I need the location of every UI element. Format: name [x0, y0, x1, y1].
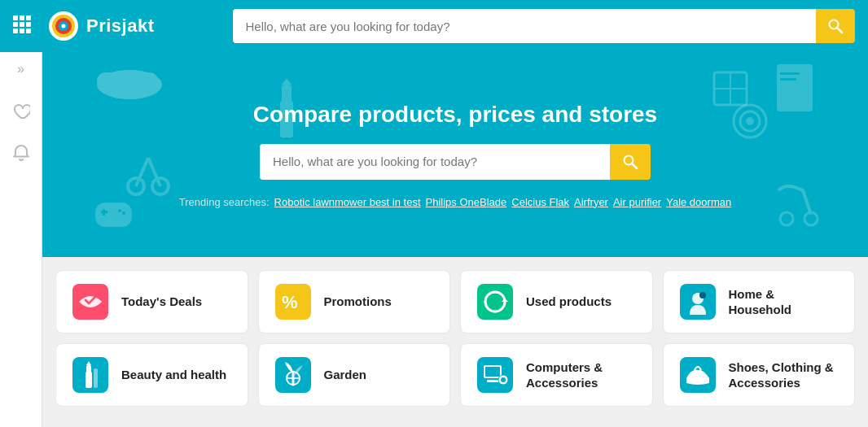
svg-line-15 [837, 28, 842, 33]
header-search-input[interactable] [233, 9, 817, 43]
svg-rect-61 [485, 367, 500, 377]
shoes-clothing-label: Shoes, Clothing & Accessories [729, 359, 840, 391]
trending-link-5[interactable]: Air purifier [613, 196, 661, 208]
category-home-household[interactable]: Home & Household [663, 270, 856, 333]
category-shoes-clothing[interactable]: Shoes, Clothing & Accessories [663, 343, 856, 407]
svg-point-50 [699, 292, 706, 298]
beauty-health-icon [71, 355, 110, 394]
svg-point-32 [746, 117, 754, 125]
trending-link-3[interactable]: Celcius Flak [511, 196, 569, 208]
svg-rect-17 [97, 72, 158, 89]
trending-label: Trending searches: [179, 196, 270, 208]
svg-point-33 [780, 212, 793, 225]
svg-rect-1 [20, 15, 24, 20]
svg-point-25 [118, 209, 121, 212]
hero-deco-shoe [93, 60, 166, 101]
computers-accessories-label: Computers & Accessories [526, 359, 638, 391]
home-household-label: Home & Household [729, 286, 840, 318]
category-promotions[interactable]: % Promotions [258, 270, 451, 333]
shoes-clothing-icon [678, 355, 717, 394]
trending-link-1[interactable]: Robotic lawnmower best in test [274, 196, 421, 208]
hero-search-input[interactable] [260, 144, 610, 180]
hero-deco-book [770, 60, 819, 117]
logo[interactable]: Prisjakt [47, 10, 155, 42]
svg-rect-6 [13, 28, 18, 33]
svg-text:%: % [282, 292, 298, 312]
svg-rect-4 [20, 22, 24, 27]
trending-link-6[interactable]: Yale doorman [666, 196, 731, 208]
layout: » [0, 52, 868, 427]
trending-link-4[interactable]: Airfryer [574, 196, 608, 208]
svg-rect-53 [86, 365, 91, 375]
svg-rect-8 [26, 28, 31, 33]
categories-grid: Today's Deals % Promotions [42, 257, 868, 420]
category-garden[interactable]: Garden [258, 343, 451, 407]
header-search-bar [233, 9, 856, 43]
garden-icon [274, 355, 313, 394]
hero-deco-stroller [770, 174, 827, 231]
category-todays-deals[interactable]: Today's Deals [55, 270, 248, 333]
wishlist-icon[interactable] [12, 102, 30, 124]
svg-rect-27 [777, 64, 813, 111]
sidebar: » [0, 52, 42, 427]
hero-search-button[interactable] [610, 144, 651, 180]
trending-searches: Trending searches: Robotic lawnmower bes… [179, 196, 731, 208]
main-content: Compare products, prices and stores Tren… [42, 52, 868, 427]
garden-label: Garden [324, 367, 367, 383]
svg-rect-5 [26, 22, 31, 27]
todays-deals-label: Today's Deals [121, 294, 202, 310]
computers-icon [476, 355, 515, 394]
svg-rect-2 [26, 15, 31, 20]
used-products-icon [476, 282, 515, 321]
svg-rect-7 [20, 28, 24, 33]
grid-icon[interactable] [13, 15, 31, 37]
hero-deco-window [710, 68, 751, 109]
svg-rect-22 [95, 203, 132, 227]
category-beauty-health[interactable]: Beauty and health [55, 343, 248, 407]
home-household-icon [678, 282, 717, 321]
logo-text: Prisjakt [86, 15, 155, 37]
svg-rect-55 [94, 368, 98, 388]
svg-line-42 [632, 163, 637, 168]
todays-deals-icon [71, 282, 110, 321]
svg-point-26 [122, 211, 125, 215]
hero-banner: Compare products, prices and stores Tren… [42, 52, 868, 257]
category-computers-accessories[interactable]: Computers & Accessories [460, 343, 653, 407]
hero-search-icon [622, 154, 638, 170]
category-used-products[interactable]: Used products [460, 270, 653, 333]
used-products-label: Used products [526, 294, 612, 310]
notification-icon[interactable] [12, 144, 30, 166]
beauty-health-label: Beauty and health [121, 367, 226, 383]
promotions-label: Promotions [324, 294, 392, 310]
promotions-icon: % [274, 282, 313, 321]
trending-link-2[interactable]: Philips OneBlade [426, 196, 507, 208]
search-icon [827, 18, 844, 34]
svg-rect-29 [780, 78, 796, 81]
logo-icon [47, 10, 80, 42]
hero-deco-gamepad [91, 190, 136, 235]
svg-rect-24 [103, 209, 105, 216]
sidebar-collapse-button[interactable]: » [17, 62, 24, 76]
svg-rect-28 [780, 72, 800, 75]
header: Prisjakt [0, 0, 868, 52]
svg-point-64 [501, 377, 506, 382]
svg-point-13 [62, 24, 66, 28]
svg-rect-0 [13, 15, 18, 20]
hero-search-bar [260, 144, 651, 180]
header-search-button[interactable] [816, 9, 855, 43]
hero-title: Compare products, prices and stores [253, 102, 657, 128]
svg-rect-3 [13, 22, 18, 27]
svg-marker-37 [282, 78, 292, 85]
